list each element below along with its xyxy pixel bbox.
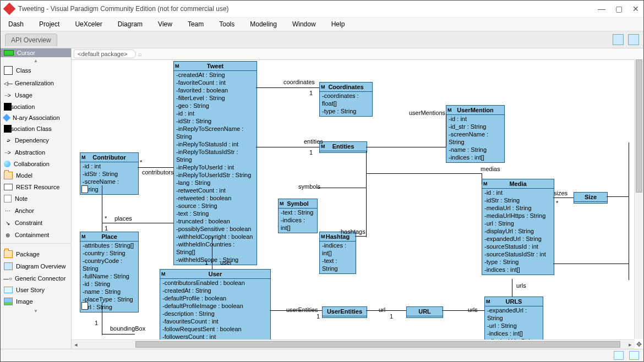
class-place[interactable]: Placeattributes : String[]country : Stri… xyxy=(80,232,139,312)
diagram-area: <default package> ⌕ TweetcreatedAt : Str… xyxy=(72,48,643,349)
association-class-icon xyxy=(4,125,12,133)
association-line[interactable] xyxy=(553,264,629,264)
association-line[interactable] xyxy=(446,114,446,147)
label-symbols: symbols xyxy=(298,183,320,190)
palette-class[interactable]: Class xyxy=(1,64,71,77)
menu-team[interactable]: Team xyxy=(188,20,204,28)
palette-collaboration[interactable]: Collaboration xyxy=(1,158,71,169)
association-line[interactable] xyxy=(102,185,102,232)
palette-generalization[interactable]: Generalization xyxy=(1,77,71,89)
pan-icon[interactable]: ✥ xyxy=(635,340,643,349)
association-line[interactable] xyxy=(102,223,173,223)
label-urls_url: urls xyxy=(468,306,478,313)
class-userentities[interactable]: UserEntities xyxy=(322,306,367,318)
vertical-scrollbar[interactable] xyxy=(634,59,643,339)
association-line[interactable] xyxy=(316,188,366,188)
palette-cursor[interactable]: Cursor xyxy=(1,48,71,57)
palette-diagram-overview[interactable]: Diagram Overview xyxy=(1,260,71,272)
n-ary-association-icon xyxy=(3,114,10,122)
label-places: places xyxy=(114,215,132,222)
palette-association[interactable]: Association xyxy=(1,101,71,112)
class-tweet[interactable]: TweetcreatedAt : StringfavoriteCount : i… xyxy=(173,61,257,265)
association-line[interactable] xyxy=(607,196,629,197)
association-line[interactable] xyxy=(256,147,319,147)
user-story-icon xyxy=(4,287,13,293)
association-line[interactable] xyxy=(553,198,574,198)
main-area: Cursor ClassGeneralizationUsageAssociati… xyxy=(1,48,643,349)
cursor-icon xyxy=(4,50,14,56)
class-entities[interactable]: Entities xyxy=(319,141,367,153)
association-line[interactable] xyxy=(212,236,212,269)
menu-diagram[interactable]: Diagram xyxy=(118,20,143,28)
palette-image[interactable]: Image xyxy=(1,295,71,308)
maximize-button[interactable]: ▢ xyxy=(615,4,623,13)
association-line[interactable] xyxy=(102,334,135,334)
class-size[interactable]: Size xyxy=(574,192,608,204)
association-line[interactable] xyxy=(102,302,102,335)
menu-modeling[interactable]: Modeling xyxy=(250,20,277,28)
class-symbol[interactable]: Symboltext : Stringindices : int[] xyxy=(278,199,318,233)
palette-collapse-up[interactable] xyxy=(1,57,71,64)
menu-view[interactable]: View xyxy=(158,20,172,28)
menu-tools[interactable]: Tools xyxy=(219,20,234,28)
association-line[interactable] xyxy=(482,173,482,184)
association-line[interactable] xyxy=(512,279,512,297)
association-line[interactable] xyxy=(256,87,319,88)
palette-association-class[interactable]: Association Class xyxy=(1,123,71,134)
menu-uexceler[interactable]: UeXceler xyxy=(75,20,102,28)
diagram-canvas[interactable]: TweetcreatedAt : StringfavoriteCount : i… xyxy=(72,60,643,349)
association-line[interactable] xyxy=(366,310,406,311)
palette-containment[interactable]: Containment xyxy=(1,229,71,241)
breadcrumb-package[interactable]: <default package> xyxy=(74,50,136,58)
status-icon-mail[interactable] xyxy=(614,351,624,360)
palette-package[interactable]: Package xyxy=(1,248,71,260)
toolbar: API Overview xyxy=(1,31,643,48)
label-one: 1 xyxy=(309,90,313,96)
horizontal-scrollbar[interactable]: ◂▸ xyxy=(72,339,635,349)
menu-window[interactable]: Window xyxy=(292,20,316,28)
toolbar-icon-2[interactable] xyxy=(628,34,639,45)
palette-generic-connector[interactable]: Generic Connector xyxy=(1,272,71,284)
title-bar: Tweeting - Visual Paradigm Community Edi… xyxy=(1,1,643,18)
class-url[interactable]: URL xyxy=(406,306,443,318)
palette-collapse-down[interactable] xyxy=(1,308,71,314)
class-hashtag[interactable]: Hashtagindices : int[]text : String xyxy=(319,232,356,274)
tool-palette: Cursor ClassGeneralizationUsageAssociati… xyxy=(1,48,72,349)
palette-dependency[interactable]: Dependency xyxy=(1,134,71,146)
association-line[interactable] xyxy=(355,236,366,237)
tab-api-overview[interactable]: API Overview xyxy=(5,34,57,46)
palette-usage[interactable]: Usage xyxy=(1,89,71,101)
minimize-button[interactable]: — xyxy=(598,4,605,13)
collaboration-icon xyxy=(4,161,10,167)
class-coordinates[interactable]: Coordinatescoordinates : float[]type : S… xyxy=(319,82,373,117)
association-line[interactable] xyxy=(442,310,484,311)
palette-abstraction[interactable]: Abstraction xyxy=(1,146,71,158)
association-line[interactable] xyxy=(366,147,446,147)
palette-n-ary-association[interactable]: N-ary Association xyxy=(1,112,71,123)
menu-help[interactable]: Help xyxy=(331,20,345,28)
association-line[interactable] xyxy=(138,167,173,168)
association-line[interactable] xyxy=(366,173,482,174)
label-star: * xyxy=(140,159,142,166)
class-usermention[interactable]: UserMentionid : intid_str : Stringscreen… xyxy=(446,105,505,163)
rest-resource-icon xyxy=(4,184,13,190)
menu-project[interactable]: Project xyxy=(39,20,59,28)
palette-constraint[interactable]: Constraint xyxy=(1,217,71,229)
close-button[interactable]: ✕ xyxy=(632,4,639,13)
label-userEntities: userEntities xyxy=(286,306,318,313)
association-line[interactable] xyxy=(629,142,629,280)
association-line[interactable] xyxy=(366,151,367,173)
status-icon-note[interactable] xyxy=(629,351,639,360)
palette-anchor[interactable]: Anchor xyxy=(1,205,71,217)
palette-note[interactable]: Note xyxy=(1,193,71,205)
class-user[interactable]: UsercontributorsEnabled : booleancreated… xyxy=(160,269,271,342)
class-contributor[interactable]: Contributorid : intidStr : StringscreeNa… xyxy=(80,152,139,195)
palette-model[interactable]: Model xyxy=(1,169,71,182)
toolbar-icon-1[interactable] xyxy=(613,34,624,45)
palette-user-story[interactable]: User Story xyxy=(1,284,71,295)
class-media[interactable]: Mediaid : intidStr : StringmediaUrl : St… xyxy=(482,179,554,275)
label-one: 1 xyxy=(316,313,320,320)
palette-rest-resource[interactable]: REST Resource xyxy=(1,182,71,193)
search-icon[interactable]: ⌕ xyxy=(138,51,142,57)
menu-dash[interactable]: Dash xyxy=(8,20,24,28)
